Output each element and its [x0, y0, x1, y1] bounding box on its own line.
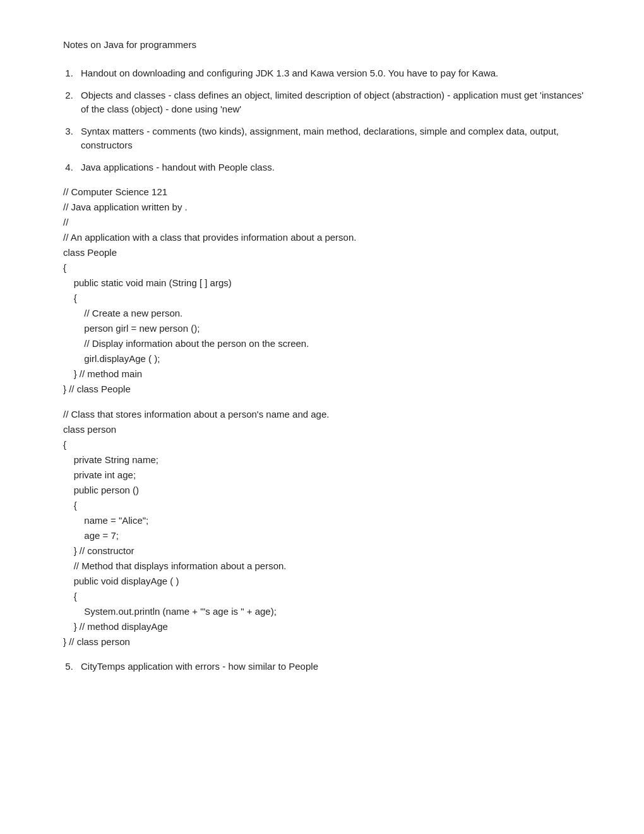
- main-list-continued: CityTemps application with errors - how …: [76, 660, 593, 674]
- list-item-4: Java applications - handout with People …: [76, 160, 593, 175]
- list-item-2: Objects and classes - class defines an o…: [76, 88, 593, 117]
- list-item-5: CityTemps application with errors - how …: [76, 660, 593, 674]
- page-title: Notes on Java for programmers: [63, 38, 593, 52]
- code-block-1: // Computer Science 121 // Java applicat…: [63, 184, 593, 397]
- code-block-2: // Class that stores information about a…: [63, 407, 593, 650]
- main-list: Handout on downloading and configuring J…: [76, 66, 593, 174]
- list-item-3: Syntax matters - comments (two kinds), a…: [76, 124, 593, 153]
- list-item-1: Handout on downloading and configuring J…: [76, 66, 593, 81]
